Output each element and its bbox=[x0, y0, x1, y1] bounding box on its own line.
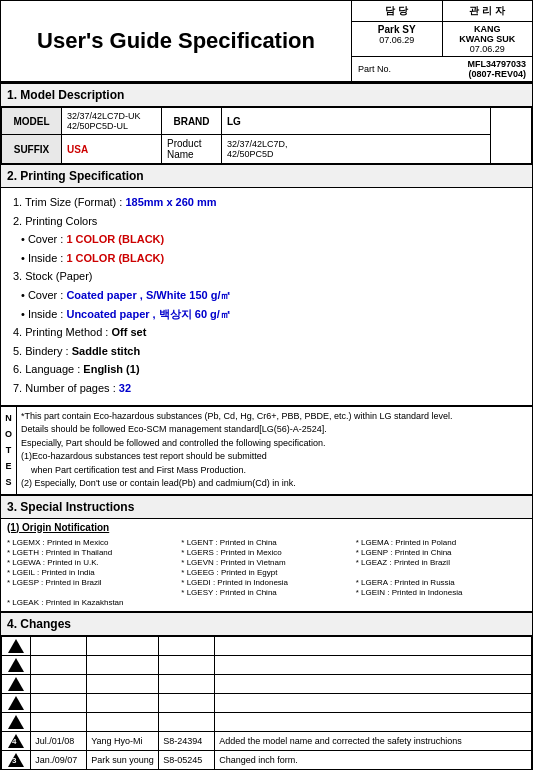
note-line-2: Details should be followed Eco-SCM manag… bbox=[21, 423, 528, 437]
part-no-cell bbox=[490, 108, 531, 164]
bindery-value: Saddle stitch bbox=[72, 345, 140, 357]
origin-notification-title: (1) Origin Notification bbox=[1, 519, 532, 536]
origin-item-lgeth: * LGETH : Printed in Thailand bbox=[7, 548, 177, 557]
change-row-4: 4 Jul./01/08 Yang Hyo-Mi S8-24394 Added … bbox=[2, 731, 532, 750]
print-item-3: 3. Stock (Paper) bbox=[13, 268, 520, 286]
print-value-1: 185mm x 260 mm bbox=[125, 196, 216, 208]
change4-sig: Yang Hyo-Mi bbox=[87, 731, 159, 750]
pages-value: 32 bbox=[119, 382, 131, 394]
note-line-6: (2) Especially, Don't use or contain lea… bbox=[21, 477, 528, 491]
model-table: MODEL 32/37/42LC7D-UK 42/50PC5D-UL BRAND… bbox=[1, 107, 532, 164]
origin-item-lgewa: * LGEWA : Printed in U.K. bbox=[7, 558, 177, 567]
notes-content: *This part contain Eco-hazardous substan… bbox=[17, 406, 532, 494]
print-item-cover-stock: • Cover : Coated paper , S/White 150 g/㎡ bbox=[13, 287, 520, 305]
notes-label: NOTES bbox=[1, 406, 17, 494]
change4-content: Added the model name and corrected the s… bbox=[215, 731, 532, 750]
print-spec: 1. Trim Size (Format) : 185mm x 260 mm 2… bbox=[1, 188, 532, 406]
brand-label: BRAND bbox=[162, 108, 222, 135]
empty-row-4 bbox=[2, 693, 532, 712]
note-line-4: (1)Eco-hazardous substances test report … bbox=[21, 450, 528, 464]
print-item-4: 4. Printing Method : Off set bbox=[13, 324, 520, 342]
col1-label: 담 당 bbox=[352, 1, 443, 21]
product-name-value: 32/37/42LC7D, 42/50PC5D bbox=[222, 135, 491, 164]
inside-stock-value: Uncoated paper , 백상지 60 g/㎡ bbox=[66, 308, 230, 320]
print-item-cover-color: • Cover : 1 COLOR (BLACK) bbox=[13, 231, 520, 249]
origin-item-blank2 bbox=[7, 588, 177, 597]
language-value: English (1) bbox=[83, 363, 139, 375]
cover-color-value: 1 COLOR (BLACK) bbox=[66, 233, 164, 245]
print-label-1: 1. Trim Size (Format) : bbox=[13, 196, 125, 208]
section3-title: 3. Special Instructions bbox=[1, 495, 532, 519]
origin-item-blank1 bbox=[356, 568, 526, 577]
changes-table: 4 Jul./01/08 Yang Hyo-Mi S8-24394 Added … bbox=[1, 636, 532, 770]
empty-row-3 bbox=[2, 674, 532, 693]
cover-stock-value: Coated paper , S/White 150 g/㎡ bbox=[66, 289, 231, 301]
origin-item-lgesp: * LGESP : Printed in Brazil bbox=[7, 578, 177, 587]
change3-date: Jan./09/07 bbox=[31, 750, 87, 769]
person2: KANG KWANG SUK 07.06.29 bbox=[443, 22, 533, 56]
origin-item-lgein: * LGEIN : Printed in Indonesia bbox=[356, 588, 526, 597]
empty-row-5 bbox=[2, 712, 532, 731]
print-item-inside-color: • Inside : 1 COLOR (BLACK) bbox=[13, 250, 520, 268]
print-item-2: 2. Printing Colors bbox=[13, 213, 520, 231]
change3-content: Changed inch form. bbox=[215, 750, 532, 769]
change3-sig: Park sun young bbox=[87, 750, 159, 769]
origin-item-lgeeg: * LGEEG : Printed in Egypt bbox=[181, 568, 351, 577]
print-label-2: 2. Printing Colors bbox=[13, 215, 97, 227]
suffix-label: SUFFIX bbox=[2, 135, 62, 164]
note-line-1: *This part contain Eco-hazardous substan… bbox=[21, 410, 528, 424]
note-line-5: when Part certification test and First M… bbox=[21, 464, 528, 478]
print-item-inside-stock: • Inside : Uncoated paper , 백상지 60 g/㎡ bbox=[13, 306, 520, 324]
person1: Park SY 07.06.29 bbox=[352, 22, 443, 56]
origin-item-lgeak: * LGEAK : Printed in Kazakhstan bbox=[7, 598, 177, 607]
origin-item-lgesy: * LGESY : Printed in China bbox=[181, 588, 351, 597]
model-code: 32/37/42LC7D-UK 42/50PC5D-UL bbox=[62, 108, 162, 135]
origin-item-lgedi: * LGEDI : Printed in Indonesia bbox=[181, 578, 351, 587]
section2-title: 2. Printing Specification bbox=[1, 164, 532, 188]
origin-item-lgemx: * LGEMX : Printed in Mexico bbox=[7, 538, 177, 547]
document-title: User's Guide Specification bbox=[1, 1, 352, 81]
origin-item-lgera: * LGERA : Printed in Russia bbox=[356, 578, 526, 587]
inside-color-value: 1 COLOR (BLACK) bbox=[66, 252, 164, 264]
origin-item-lgenp: * LGENP : Printed in China bbox=[356, 548, 526, 557]
origin-item-lgers: * LGERS : Printed in Mexico bbox=[181, 548, 351, 557]
print-item-5: 5. Bindery : Saddle stitch bbox=[13, 343, 520, 361]
note-line-3: Especially, Part should be followed and … bbox=[21, 437, 528, 451]
section3: 3. Special Instructions (1) Origin Notif… bbox=[1, 495, 532, 612]
part-no-value: MFL34797033 (0807-REV04) bbox=[467, 59, 526, 79]
person1-name: Park SY bbox=[356, 24, 438, 35]
col2-label: 관 리 자 bbox=[443, 1, 533, 21]
print-item-6: 6. Language : English (1) bbox=[13, 361, 520, 379]
person1-date: 07.06.29 bbox=[356, 35, 438, 45]
origin-item-lgent: * LGENT : Printed in China bbox=[181, 538, 351, 547]
origin-item-lgema: * LGEMA : Printed in Poland bbox=[356, 538, 526, 547]
origin-item-lgeaz: * LGEAZ : Printed in Brazil bbox=[356, 558, 526, 567]
product-name-label: Product Name bbox=[162, 135, 222, 164]
header-meta: 담 당 관 리 자 Park SY 07.06.29 KANG KWANG SU… bbox=[352, 1, 532, 81]
brand-value: LG bbox=[222, 108, 491, 135]
person2-date: 07.06.29 bbox=[447, 44, 529, 54]
print-item-1: 1. Trim Size (Format) : 185mm x 260 mm bbox=[13, 194, 520, 212]
section4: 4. Changes bbox=[1, 612, 532, 770]
print-method-value: Off set bbox=[111, 326, 146, 338]
empty-row-2 bbox=[2, 655, 532, 674]
origin-item-lgevn: * LGEVN : Printed in Vietnam bbox=[181, 558, 351, 567]
change3-no: S8-05245 bbox=[159, 750, 215, 769]
origin-grid: * LGEMX : Printed in Mexico * LGENT : Pr… bbox=[1, 536, 532, 611]
part-no-label: Part No. bbox=[358, 64, 391, 74]
empty-row-1 bbox=[2, 636, 532, 655]
person2-name: KANG KWANG SUK bbox=[447, 24, 529, 44]
origin-item-lgeil: * LGEIL : Printed in India bbox=[7, 568, 177, 577]
change-row-3: 3 Jan./09/07 Park sun young S8-05245 Cha… bbox=[2, 750, 532, 769]
section1-title: 1. Model Description bbox=[1, 83, 532, 107]
section4-title: 4. Changes bbox=[1, 612, 532, 636]
suffix-value: USA bbox=[62, 135, 162, 164]
model-label: MODEL bbox=[2, 108, 62, 135]
notes-table: NOTES *This part contain Eco-hazardous s… bbox=[1, 406, 532, 495]
header: User's Guide Specification 담 당 관 리 자 Par… bbox=[1, 1, 532, 83]
print-item-7: 7. Number of pages : 32 bbox=[13, 380, 520, 398]
change4-date: Jul./01/08 bbox=[31, 731, 87, 750]
change4-no: S8-24394 bbox=[159, 731, 215, 750]
